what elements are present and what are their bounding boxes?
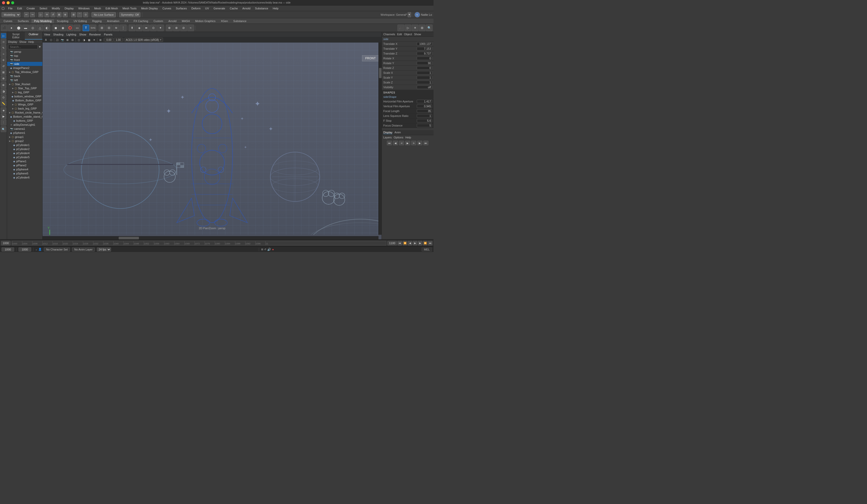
outliner-item[interactable]: 📷side <box>7 62 42 66</box>
tab-fx[interactable]: FX <box>122 19 131 23</box>
key-icon[interactable]: ⬦ <box>35 248 37 251</box>
anim-first-btn[interactable]: ⏮ <box>387 141 392 145</box>
show-menu[interactable]: Show <box>79 33 86 36</box>
select-tool-btn[interactable]: ▷ <box>1 33 6 39</box>
snap-point[interactable]: ⊙ <box>83 12 88 17</box>
outliner-item[interactable]: ◈pCylinder6 <box>7 175 42 180</box>
menu-generate[interactable]: Generate <box>212 6 227 10</box>
vp-value2-input[interactable] <box>114 38 123 42</box>
outliner-item[interactable]: ◈pSphere1 <box>7 131 42 135</box>
tab-rigging[interactable]: Rigging <box>90 19 104 23</box>
outliner-item[interactable]: ◈pPlane2 <box>7 163 42 167</box>
smooth-icon[interactable]: ≋ <box>113 24 119 31</box>
viewport-canvas[interactable]: ✦ ✦ ✦ ✦ ✦ ✦ ✦ <box>43 43 382 235</box>
vp-cam4-icon[interactable]: ⊟ <box>70 37 75 42</box>
tab-uv-editing[interactable]: UV Editing <box>71 19 89 23</box>
outliner-item[interactable]: ▶⬡Star_Rocket <box>7 82 42 86</box>
expand-icon[interactable]: ▶ <box>9 111 11 114</box>
outliner-item[interactable]: 📷left <box>7 78 42 82</box>
soft-select-btn[interactable]: ⊕ <box>1 76 6 81</box>
attr-value[interactable]: 9.737 <box>417 52 432 55</box>
panels-menu[interactable]: Panels <box>104 33 113 36</box>
scale-tool[interactable]: ⊠ <box>56 12 62 17</box>
menu-create[interactable]: Create <box>24 6 37 10</box>
outliner-item[interactable]: ◈bottom_window_GRP <box>7 94 42 98</box>
shape-attr-value[interactable]: 35 <box>417 109 432 113</box>
pb-step-fwd-btn[interactable]: ▶ <box>418 241 422 245</box>
layers-menu[interactable]: Layers <box>383 136 392 139</box>
nurbs-cube-icon[interactable]: ◼ <box>53 24 59 31</box>
tab-motion-graphics[interactable]: Motion Graphics <box>193 19 218 23</box>
camera-tool-icon[interactable]: 🎥 <box>397 24 404 31</box>
tab-custom[interactable]: Custom <box>151 19 165 23</box>
renderer-menu[interactable]: Renderer <box>89 33 101 36</box>
render-icon[interactable]: ▷ <box>405 24 411 31</box>
scale-btn[interactable]: ⊠ <box>1 69 6 75</box>
vp-light-icon[interactable]: ☀ <box>92 37 96 42</box>
sculpt-tool-btn[interactable]: ≈ <box>1 51 6 57</box>
attr-value[interactable]: 0 <box>417 56 432 60</box>
render-icon[interactable]: ● <box>272 248 274 251</box>
anim-tab[interactable]: Anim <box>395 131 401 134</box>
menu-cache[interactable]: Cache <box>228 6 240 10</box>
tab-xgen[interactable]: XGen <box>218 19 231 23</box>
attr-value[interactable]: 1 <box>417 76 432 79</box>
outliner-item[interactable]: ◈pPlane1 <box>7 159 42 163</box>
edge-flow-icon[interactable]: ≈ <box>188 24 194 31</box>
torus-icon[interactable]: ◎ <box>29 24 36 31</box>
loop-icon[interactable]: ↺ <box>264 248 266 251</box>
menu-edit[interactable]: Edit <box>15 6 24 10</box>
user-avatar[interactable]: N <box>415 12 420 18</box>
anim-play-btn[interactable]: ▶ <box>405 141 410 145</box>
attr-value[interactable]: 1000.137 <box>417 42 432 46</box>
outliner-item[interactable]: 📷camera1 <box>7 127 42 131</box>
offset-icon[interactable]: ⊗ <box>173 24 180 31</box>
anim-prev-btn[interactable]: ◀ <box>393 141 398 145</box>
sound-icon[interactable]: 🔊 <box>267 248 271 251</box>
attr-value[interactable]: 7.153 <box>417 47 432 51</box>
fill-hole-icon[interactable]: ⊙ <box>150 24 157 31</box>
outliner-item[interactable]: ◈pCylinder5 <box>7 155 42 159</box>
menu-edit-mesh[interactable]: Edit Mesh <box>104 6 120 10</box>
vp-select-icon[interactable]: A <box>44 37 48 42</box>
light-icon[interactable]: ☀ <box>412 24 418 31</box>
move-btn[interactable]: ✛ <box>1 57 6 63</box>
expand-icon[interactable]: ▶ <box>12 104 14 106</box>
vp-value1-input[interactable] <box>105 38 113 42</box>
outliner-item[interactable]: ◈Bottom_middle_stand_GRP <box>7 115 42 119</box>
shape-attr-value[interactable]: 5.6 <box>417 119 432 122</box>
options-menu[interactable]: Options <box>394 136 403 139</box>
menu-mesh-display[interactable]: Mesh Display <box>139 6 160 10</box>
menu-curves[interactable]: Curves <box>160 6 173 10</box>
workspace-menu[interactable]: ▼ <box>408 12 411 17</box>
vp-obj-icon[interactable]: ⬡ <box>49 37 53 42</box>
svg-icon[interactable]: SVG <box>90 24 96 31</box>
plane-icon[interactable]: ▬ <box>22 24 29 31</box>
help-menu[interactable]: Help <box>29 40 34 43</box>
display-tab[interactable]: Display <box>383 131 393 134</box>
nurbs-cyl-icon[interactable]: ⭕ <box>67 24 73 31</box>
viewport-scrollbar-v[interactable] <box>378 43 382 235</box>
outliner-item[interactable]: ◈pSphere5 <box>7 171 42 175</box>
key-icon2[interactable]: ⊞ <box>261 248 263 251</box>
separate-icon[interactable]: ⊟ <box>106 24 112 31</box>
tab-surfaces[interactable]: Surfaces <box>15 19 31 23</box>
status-end-frame[interactable] <box>19 247 31 251</box>
attr-value[interactable]: 0 <box>417 66 432 70</box>
vp-cam2-icon[interactable]: 📷 <box>60 37 65 42</box>
expand-icon[interactable]: ▶ <box>9 140 11 142</box>
view-menu[interactable]: View <box>44 33 50 36</box>
pb-next-btn[interactable]: ⏩ <box>423 241 427 245</box>
outliner-item[interactable]: ▶⬡back_leg_GRP <box>7 107 42 110</box>
fps-select[interactable]: 24 fps <box>97 247 111 251</box>
mel-python-toggle[interactable]: MEL <box>421 247 432 251</box>
playback-end-input[interactable] <box>387 241 397 245</box>
disk-icon[interactable]: ◐ <box>44 24 50 31</box>
pb-last-btn[interactable]: ⏭ <box>428 241 432 245</box>
outliner-item[interactable]: 📷top <box>7 54 42 58</box>
expand-icon[interactable]: ▶ <box>9 83 11 85</box>
rotate-tool[interactable]: ↺ <box>51 12 55 17</box>
shape-attr-value[interactable]: 5 <box>417 124 432 127</box>
anim-next-key-btn[interactable]: ⋗ <box>411 141 416 145</box>
outliner-item[interactable]: 📷persp <box>7 50 42 54</box>
